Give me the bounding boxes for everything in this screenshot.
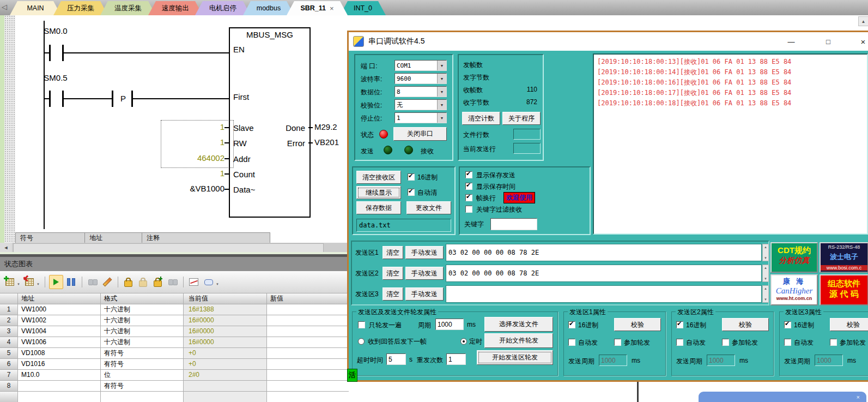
table-row[interactable]: 4 VW1006 十六进制 16#0000 (0, 337, 349, 348)
edit-icon[interactable] (101, 275, 114, 289)
tab-main[interactable]: MAIN (10, 1, 61, 15)
tab-pressure[interactable]: 压力采集 (53, 1, 108, 15)
find-icon[interactable] (86, 275, 99, 289)
table-row[interactable]: 1 VW1000 十六进制 16#1388 (0, 304, 349, 315)
port-select[interactable]: COM1 ▼ (394, 60, 447, 71)
ad-cdt[interactable]: CDT规约 分析仿真 (770, 242, 818, 273)
about-button[interactable]: 关于程序 (502, 112, 541, 125)
serial-title-bar[interactable]: 串口调试软件4.5 — □ × (349, 32, 868, 51)
scroll-down-icon[interactable]: ▼ (764, 298, 767, 301)
chevron-down-icon[interactable]: ▼ (437, 113, 446, 123)
retry-field[interactable] (446, 353, 466, 365)
zone2-period-field[interactable] (707, 355, 735, 366)
clear-send1-button[interactable]: 清空 (383, 246, 403, 259)
minimize-button[interactable]: — (779, 32, 803, 51)
after-reply-radio[interactable] (358, 338, 365, 345)
tab-speed[interactable]: 速度输出 (148, 1, 203, 15)
ime-indicator-badge[interactable]: 活 (347, 369, 357, 382)
show-save-time-checkbox[interactable]: ✔ (465, 183, 472, 190)
table-row[interactable]: 7 M10.0 位 2#0 (0, 370, 349, 381)
manual-send1-button[interactable]: 手动发送 (405, 246, 444, 259)
zone1-verify-button[interactable]: 校验 (614, 318, 661, 331)
start-zone-poll-button[interactable]: 开始发送区轮发 (477, 350, 553, 365)
lock-add-icon[interactable] (151, 275, 165, 289)
ad-bosi[interactable]: RS-232/RS-48 波士电子 www.bosi.com.c (820, 242, 868, 273)
start-file-poll-button[interactable]: 开始文件轮发 (484, 333, 553, 348)
timed-radio[interactable] (460, 338, 467, 345)
clear-send3-button[interactable]: 清空 (383, 287, 403, 301)
table-row[interactable]: 5 VD1008 有符号 +0 (0, 348, 349, 359)
resume-display-button[interactable]: 继续显示 (356, 186, 401, 199)
tab-motor[interactable]: 电机启停 (195, 1, 251, 15)
scroll-up-icon[interactable]: ▲ (764, 266, 767, 269)
send1-field[interactable] (446, 244, 762, 261)
tab-sbr11-active[interactable]: SBR_11 × (287, 1, 348, 15)
delete-chart-icon[interactable] (23, 275, 36, 289)
bookmark-icon[interactable] (202, 275, 215, 289)
select-send-file-button[interactable]: 选择发送文件 (484, 317, 553, 332)
add-chart-icon[interactable] (3, 275, 16, 289)
tab-int0[interactable]: INT_0 (340, 1, 386, 15)
zone1-join-checkbox[interactable] (614, 339, 621, 346)
table-row[interactable]: 3 VW1004 十六进制 16#0000 (0, 326, 349, 337)
unlock-icon[interactable] (137, 275, 150, 289)
table-row[interactable]: 8 有符号 (0, 381, 349, 392)
chevron-down-icon[interactable]: ▼ (17, 283, 20, 286)
zone2-auto-checkbox[interactable] (676, 339, 683, 346)
send3-field[interactable] (446, 285, 762, 303)
chevron-down-icon[interactable]: ▼ (437, 61, 446, 70)
maximize-button[interactable]: □ (816, 32, 840, 51)
stopbits-select[interactable]: 1 ▼ (394, 112, 447, 123)
operand-slave[interactable]: 1 (165, 122, 224, 131)
send2-scrollbar[interactable]: ▲ ▼ (762, 265, 769, 282)
databits-select[interactable]: 8 ▼ (394, 86, 447, 97)
zone3-hex-checkbox[interactable]: ✔ (784, 321, 791, 328)
zone1-auto-checkbox[interactable] (568, 339, 575, 346)
tab-temperature[interactable]: 温度采集 (100, 1, 156, 15)
keyword-field[interactable] (490, 218, 537, 230)
tab-modbus[interactable]: modbus (243, 1, 294, 15)
zone3-join-checkbox[interactable] (830, 339, 837, 346)
chevron-down-icon[interactable]: ▼ (437, 100, 446, 110)
zone3-period-field[interactable] (815, 355, 843, 366)
close-button[interactable]: × (851, 32, 868, 51)
operand-error[interactable]: VB201 (314, 137, 339, 147)
close-icon[interactable]: × (857, 394, 860, 400)
send1-scrollbar[interactable]: ▲ ▼ (762, 244, 769, 261)
operand-addr[interactable]: 464002 (165, 153, 224, 163)
trend-view-icon[interactable] (187, 275, 201, 289)
table-row[interactable]: 6 VD1016 有符号 +0 (0, 359, 349, 370)
scroll-up-icon[interactable]: ▲ (858, 16, 868, 26)
scroll-down-icon[interactable]: ▼ (764, 277, 767, 280)
scroll-down-icon[interactable]: ▼ (764, 256, 767, 260)
ad-canhigher[interactable]: 康 海 CanHigher www.ht.com.cn (770, 274, 818, 305)
ad-scada[interactable]: 组态软件 源 代 码 (820, 274, 868, 305)
chevron-down-icon[interactable]: ▼ (216, 283, 219, 286)
receive-log[interactable]: [2019:10:10:18:00:13][接收]01 06 FA 01 13 … (593, 53, 868, 235)
file-lines-field[interactable] (513, 129, 541, 140)
table-row[interactable]: 2 VW1002 十六进制 16#0000 (0, 315, 349, 326)
zone2-hex-checkbox[interactable]: ✔ (676, 321, 683, 328)
save-data-button[interactable]: 保存数据 (356, 201, 401, 214)
clear-send2-button[interactable]: 清空 (383, 267, 403, 280)
zone3-verify-button[interactable]: 校验 (830, 318, 868, 331)
send3-scrollbar[interactable]: ▲ ▼ (762, 285, 769, 303)
tab-scroll-left-icon[interactable]: ◁ (2, 3, 7, 11)
keyword-filter-checkbox[interactable] (465, 206, 472, 213)
lock-icon[interactable] (122, 275, 135, 289)
zone3-auto-checkbox[interactable] (784, 339, 791, 346)
current-line-field[interactable] (513, 143, 541, 154)
find-all-icon[interactable] (166, 275, 179, 289)
ladder-hscrollbar[interactable]: ◄ (0, 243, 347, 252)
zone2-verify-button[interactable]: 校验 (722, 318, 769, 331)
manual-send3-button[interactable]: 手动发送 (405, 287, 444, 301)
mbus-msg-block[interactable]: MBUS_MSG EN First Slave RW Addr Count Da… (229, 27, 311, 218)
table-row[interactable] (0, 392, 349, 402)
scroll-up-icon[interactable]: ▲ (764, 245, 767, 249)
hscroll-thumb[interactable] (13, 243, 324, 253)
contact-icon[interactable] (49, 45, 51, 61)
operand-data[interactable]: &VB1000 (165, 184, 224, 193)
operand-count[interactable]: 1 (165, 169, 224, 178)
change-file-button[interactable]: 更改文件 (406, 201, 451, 214)
clear-receive-button[interactable]: 清空接收区 (356, 171, 401, 184)
